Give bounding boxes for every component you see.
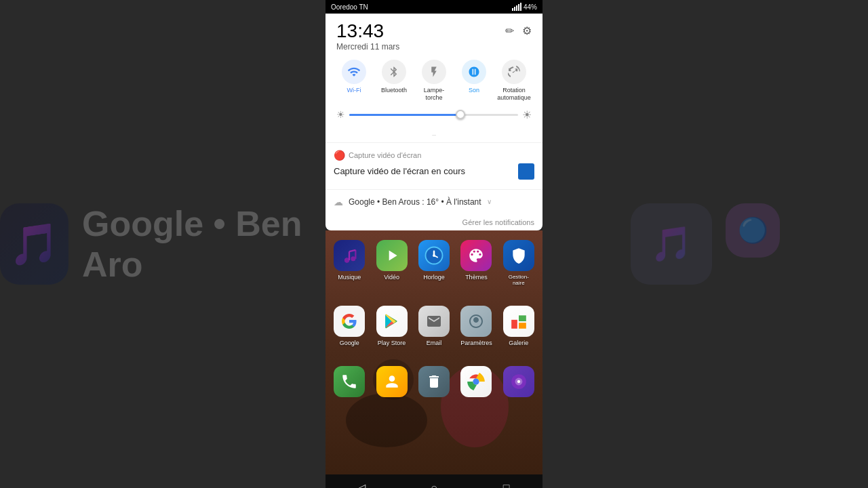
current-time: 13:43	[336, 22, 399, 41]
home-screen: Musique Vidéo	[326, 230, 542, 474]
svg-line-8	[349, 249, 355, 251]
flashlight-icon	[422, 60, 446, 84]
app-music[interactable]: Musique	[328, 236, 370, 291]
bg-right-icon2: 🔵	[726, 203, 780, 258]
weather-cloud-icon: ☁	[334, 197, 343, 207]
bg-right-icon1: 🎵	[631, 203, 712, 285]
app-settings[interactable]: Paramètres	[455, 302, 497, 351]
toggle-bluetooth[interactable]: Bluetooth	[376, 60, 412, 102]
app-row-2: Google Play Store	[326, 296, 542, 357]
sound-label: Son	[469, 87, 479, 94]
app-video[interactable]: Vidéo	[370, 236, 412, 291]
bg-music-icon: 🎵	[0, 203, 68, 285]
quick-settings: 13:43 Mercredi 11 mars ✏ ⚙ Wi-Fi	[326, 14, 542, 129]
music-icon	[334, 240, 365, 271]
screen-record-title: Capture vidéo de l'écran en cours	[334, 166, 465, 176]
nav-bar: ◁ ○ □	[326, 474, 542, 488]
gallery-label: Galerie	[509, 340, 528, 347]
toggle-wifi[interactable]: Wi-Fi	[336, 60, 372, 102]
back-button[interactable]: ◁	[349, 476, 374, 488]
bluetooth-label: Bluetooth	[381, 87, 407, 94]
app-manager[interactable]: Gestion-naire	[498, 236, 540, 291]
brightness-thumb[interactable]	[456, 110, 465, 119]
gallery-icon	[503, 306, 534, 337]
svg-point-19	[517, 380, 520, 382]
screen-record-notif[interactable]: 🔴 Capture vidéo d'écran Capture vidéo de…	[326, 142, 542, 186]
edit-icon[interactable]: ✏	[505, 24, 514, 37]
app-trash[interactable]: T	[413, 362, 455, 411]
settings-icon[interactable]: ⚙	[522, 24, 532, 37]
qs-header: 13:43 Mercredi 11 mars ✏ ⚙	[336, 22, 532, 52]
screen-record-icon: 🔴	[334, 150, 344, 161]
music-label: Musique	[338, 274, 361, 281]
notif-header: 🔴 Capture vidéo d'écran	[334, 150, 534, 161]
app-themes[interactable]: Thèmes	[455, 236, 497, 291]
trash-icon	[418, 366, 450, 397]
time-date-block: 13:43 Mercredi 11 mars	[336, 22, 399, 52]
screen-record-stop-btn[interactable]	[518, 163, 534, 180]
phone-icon	[334, 366, 365, 397]
toggle-flashlight[interactable]: Lampe-torche	[416, 60, 452, 102]
background-right: 🎵 🔵	[542, 0, 868, 488]
brightness-high-icon: ☀	[522, 108, 532, 121]
flashlight-label: Lampe-torche	[416, 87, 452, 102]
drag-handle[interactable]: ─	[326, 129, 542, 140]
svg-rect-15	[519, 323, 526, 329]
app-row-3: Tel C T	[326, 357, 542, 417]
video-icon	[376, 240, 408, 271]
app-row-1: Musique Vidéo	[326, 230, 542, 296]
notification-panel: 13:43 Mercredi 11 mars ✏ ⚙ Wi-Fi	[326, 14, 542, 230]
wifi-label: Wi-Fi	[347, 87, 361, 94]
app-email[interactable]: Email	[413, 302, 455, 351]
weather-expand-icon[interactable]: ∨	[487, 198, 492, 205]
clock-icon	[418, 240, 450, 271]
carrier-label: Ooredoo TN	[331, 3, 368, 11]
rotation-icon	[502, 60, 526, 84]
manage-notifications-btn[interactable]: Gérer les notifications	[326, 214, 542, 230]
toggle-rotation[interactable]: Rotation automatique	[496, 60, 532, 102]
manager-label: Gestion-naire	[509, 274, 529, 287]
svg-point-12	[433, 254, 435, 257]
background-left: 🎵 Google • Ben Aro	[0, 0, 326, 488]
settings-label: Paramètres	[460, 340, 492, 347]
sound-icon	[462, 60, 486, 84]
email-label: Email	[427, 340, 442, 347]
google-label: Google	[340, 340, 359, 347]
themes-label: Thèmes	[465, 274, 488, 281]
app-store2[interactable]: S	[498, 362, 540, 411]
toggles-row: Wi-Fi Bluetooth	[336, 60, 532, 102]
app-gallery[interactable]: Galerie	[498, 302, 540, 351]
screen-record-app-name: Capture vidéo d'écran	[349, 151, 421, 159]
bluetooth-icon	[382, 60, 406, 84]
video-label: Vidéo	[384, 274, 399, 281]
current-date: Mercredi 11 mars	[336, 42, 399, 52]
app-phone[interactable]: Tel	[328, 362, 370, 411]
google-icon	[334, 306, 365, 337]
weather-text: Google • Ben Arous : 16° • À l'instant	[349, 197, 481, 207]
svg-point-16	[473, 378, 479, 384]
settings-icon-app	[460, 306, 492, 337]
app-playstore[interactable]: Play Store	[370, 302, 412, 351]
svg-rect-14	[519, 315, 526, 321]
brightness-row: ☀ ☀	[336, 108, 532, 121]
toggle-sound[interactable]: Son	[456, 60, 492, 102]
brightness-low-icon: ☀	[336, 109, 345, 120]
signal-bars	[512, 3, 521, 11]
playstore-label: Play Store	[378, 340, 406, 347]
phone-frame: Ooredoo TN 44% 13:43 Mercredi 11 mars	[326, 0, 542, 488]
recents-button[interactable]: □	[494, 476, 519, 488]
playstore-icon	[376, 306, 408, 337]
app-clock[interactable]: Horloge	[413, 236, 455, 291]
qs-action-icons: ✏ ⚙	[505, 24, 532, 37]
app-chrome[interactable]: Ch	[455, 362, 497, 411]
weather-notif[interactable]: ☁ Google • Ben Arous : 16° • À l'instant…	[326, 189, 542, 214]
app-contacts[interactable]: C	[370, 362, 412, 411]
bg-left-text: Google • Ben Aro	[82, 203, 326, 285]
brightness-track[interactable]	[349, 114, 518, 116]
home-button[interactable]: ○	[422, 476, 446, 488]
app-google[interactable]: Google	[328, 302, 370, 351]
notif-content-row: Capture vidéo de l'écran en cours	[334, 163, 534, 180]
email-icon	[418, 306, 450, 337]
chrome-icon	[460, 366, 492, 397]
wifi-icon	[342, 60, 366, 84]
